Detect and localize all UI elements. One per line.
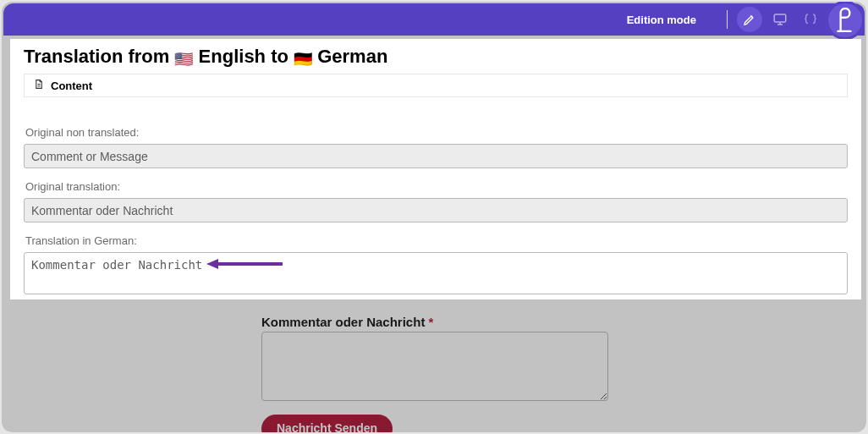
modal-buttons: Save Cancel <box>10 298 861 299</box>
source-lang: English <box>199 46 266 67</box>
mode-label: Edition mode <box>627 14 696 26</box>
edit-mode-button[interactable] <box>737 7 762 32</box>
modal-title: Translation from 🇺🇸 English to 🇩🇪 German <box>10 39 861 74</box>
topbar: Edition mode <box>3 3 865 36</box>
pencil-icon <box>743 13 756 26</box>
translation-modal: Translation from 🇺🇸 English to 🇩🇪 German… <box>10 39 861 299</box>
form-area: Original non translated: Original transl… <box>10 97 861 298</box>
input-original-translation <box>24 198 848 222</box>
input-original-non-translated <box>24 144 848 168</box>
tab-label: Content <box>51 80 92 92</box>
label-original-non-translated: Original non translated: <box>25 126 848 139</box>
label-original-translation: Original translation: <box>25 180 848 193</box>
preview-button[interactable] <box>767 7 793 32</box>
monitor-icon <box>772 12 788 27</box>
input-translation-in-target[interactable] <box>24 252 848 294</box>
app-frame: Kommentar oder Nachricht * Nachricht Sen… <box>2 2 866 432</box>
required-marker: * <box>429 315 434 329</box>
tab-content[interactable]: Content <box>24 74 848 97</box>
page-message-textarea[interactable] <box>261 332 608 401</box>
topbar-divider <box>727 10 728 29</box>
title-prefix: Translation from <box>24 46 174 67</box>
flag-source-icon: 🇺🇸 <box>174 51 193 68</box>
label-translation-in-target: Translation in German: <box>25 234 848 247</box>
code-button[interactable] <box>798 7 823 32</box>
target-lang: German <box>317 46 387 67</box>
page-send-button[interactable]: Nachricht Senden <box>261 415 393 432</box>
document-icon <box>33 79 44 92</box>
brand-icon <box>834 8 856 33</box>
brand-badge[interactable] <box>826 2 865 40</box>
brackets-icon <box>803 12 818 27</box>
to-word: to <box>266 46 294 67</box>
page-field-label: Kommentar oder Nachricht * <box>261 315 433 329</box>
edit-wrap <box>24 252 848 298</box>
page-field-label-text: Kommentar oder Nachricht <box>261 315 425 329</box>
flag-target-icon: 🇩🇪 <box>294 51 312 68</box>
svg-rect-0 <box>774 14 786 22</box>
